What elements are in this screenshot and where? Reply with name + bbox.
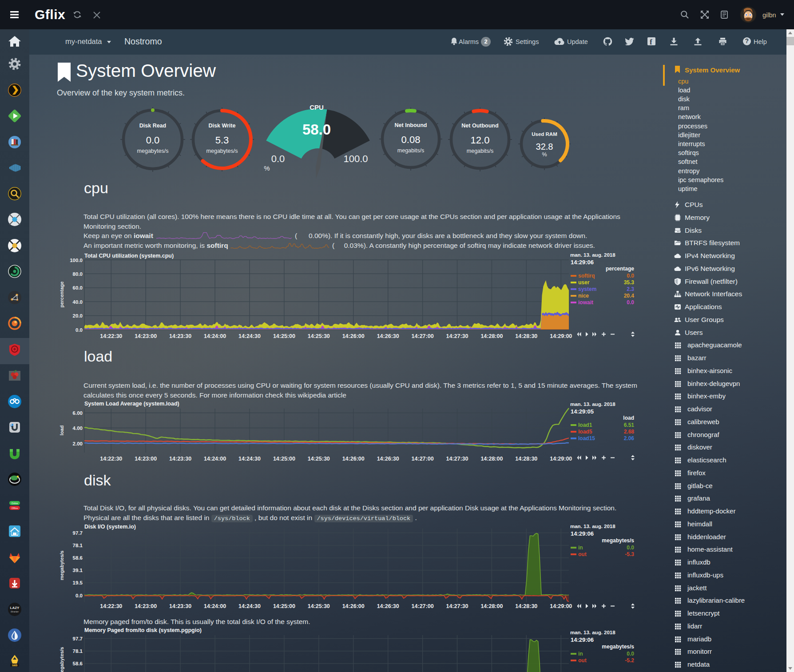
svg-text:librarian: librarian	[11, 610, 19, 613]
svg-text:Offline: Offline	[12, 507, 18, 509]
svg-text:Online: Online	[12, 502, 18, 505]
svg-text:LAZY: LAZY	[10, 606, 20, 610]
svg-text:sab: sab	[12, 664, 17, 667]
